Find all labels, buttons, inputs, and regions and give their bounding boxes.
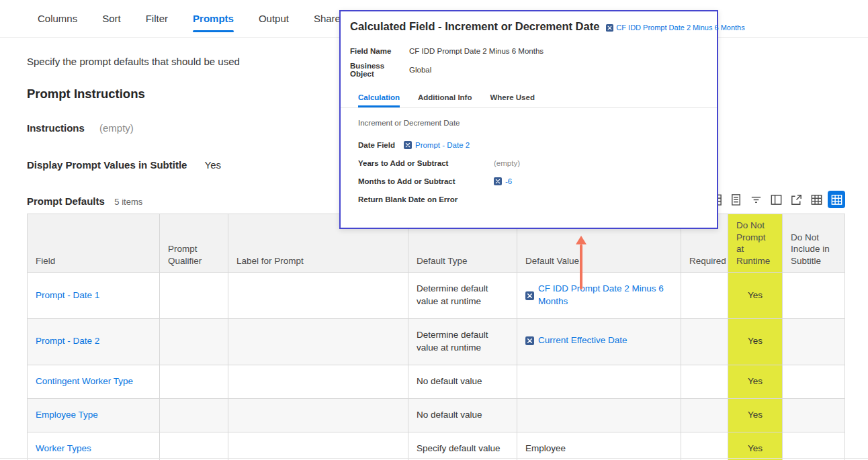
- prompt-defaults-title: Prompt Defaults: [27, 195, 105, 207]
- bottom-divider: [0, 458, 868, 459]
- grid-view-icon[interactable]: [808, 191, 824, 208]
- table-row: Contingent Worker Type No default value …: [28, 365, 845, 398]
- do-not-prompt-cell: Yes: [728, 273, 783, 319]
- default-value-cell: CF IDD Prompt Date 2 Minus 6 Months: [517, 273, 681, 319]
- label-for-prompt-cell: [228, 273, 408, 319]
- column-header-field: Field: [28, 214, 160, 273]
- calculated-field-icon: [404, 141, 412, 149]
- prompt-qualifier-cell: [160, 318, 228, 365]
- expand-table-icon[interactable]: [788, 191, 804, 208]
- display-prompt-values-label: Display Prompt Values in Subtitle: [27, 159, 187, 171]
- default-value-cell: Employee: [517, 432, 681, 460]
- default-value-cell: [517, 398, 681, 432]
- calculation-function-name: Increment or Decrement Date: [358, 119, 707, 127]
- return-blank-label: Return Blank Date on Error: [358, 195, 458, 203]
- prompt-qualifier-cell: [160, 365, 228, 398]
- field-name-value: CF IDD Prompt Date 2 Minus 6 Months: [409, 47, 544, 55]
- annotation-arrow-icon: [575, 236, 587, 291]
- field-cell: Prompt - Date 2: [28, 318, 160, 365]
- date-field-link[interactable]: Prompt - Date 2: [404, 141, 470, 149]
- months-row: Months to Add or Subtract -6: [358, 177, 707, 185]
- return-blank-row: Return Blank Date on Error: [358, 195, 707, 203]
- field-cell: Worker Types: [28, 432, 160, 460]
- do-not-include-cell: [783, 398, 845, 432]
- field-link[interactable]: Prompt - Date 2: [36, 336, 99, 346]
- popup-tab-additional-info[interactable]: Additional Info: [418, 93, 472, 107]
- table-row: Worker Types Specify default value Emplo…: [28, 432, 845, 460]
- months-value-link[interactable]: -6: [494, 177, 512, 185]
- default-type-cell: Determine default value at runtime: [408, 273, 517, 319]
- do-not-include-cell: [783, 365, 845, 398]
- table-row: Employee Type No default value Yes: [28, 398, 845, 432]
- years-row: Years to Add or Subtract (empty): [358, 159, 707, 167]
- calculated-field-icon: [525, 291, 534, 300]
- column-header-do-not-prompt: Do Not Prompt at Runtime: [728, 214, 783, 273]
- prompt-qualifier-cell: [160, 432, 228, 460]
- field-link[interactable]: Prompt - Date 1: [36, 290, 99, 300]
- field-link[interactable]: Worker Types: [36, 443, 91, 453]
- do-not-include-cell: [783, 432, 845, 460]
- default-type-cell: Specify default value: [408, 432, 517, 460]
- field-name-label: Field Name: [350, 47, 409, 55]
- tab-share[interactable]: Share: [314, 0, 341, 37]
- default-type-cell: No default value: [408, 365, 517, 398]
- calculated-field-icon: [606, 24, 613, 32]
- tab-filter[interactable]: Filter: [146, 0, 168, 37]
- months-label: Months to Add or Subtract: [358, 177, 494, 185]
- required-cell: [681, 432, 728, 460]
- default-value-link[interactable]: CF IDD Prompt Date 2 Minus 6 Months: [538, 283, 672, 308]
- popup-tab-bar: Calculation Additional Info Where Used: [341, 85, 717, 108]
- popup-tab-calculation[interactable]: Calculation: [358, 93, 400, 107]
- calculated-field-popup: Calculated Field - Increment or Decremen…: [339, 10, 718, 229]
- tab-prompts[interactable]: Prompts: [193, 0, 234, 37]
- prompt-defaults-table: Field Prompt Qualifier Label for Prompt …: [27, 214, 845, 460]
- do-not-include-cell: [783, 318, 845, 365]
- do-not-prompt-cell: Yes: [728, 365, 783, 398]
- grid-toolbar: [707, 191, 844, 208]
- prompt-qualifier-cell: [160, 398, 228, 432]
- years-value: (empty): [494, 159, 520, 167]
- grid-view-active-icon[interactable]: [828, 191, 844, 208]
- field-cell: Employee Type: [28, 398, 160, 432]
- column-header-prompt-qualifier: Prompt Qualifier: [160, 214, 228, 273]
- required-cell: [681, 398, 728, 432]
- required-cell: [681, 273, 728, 319]
- freeze-columns-icon[interactable]: [768, 191, 784, 208]
- default-value-cell: [517, 365, 681, 398]
- view-printable-version-icon[interactable]: [728, 191, 744, 208]
- required-cell: [681, 365, 728, 398]
- instructions-value: (empty): [99, 122, 134, 134]
- table-row: Prompt - Date 2 Determine default value …: [28, 318, 845, 365]
- label-for-prompt-cell: [228, 365, 408, 398]
- table-row: Prompt - Date 1 Determine default value …: [28, 273, 845, 319]
- popup-header-link[interactable]: CF IDD Prompt Date 2 Minus 6 Months: [606, 24, 744, 32]
- field-link[interactable]: Contingent Worker Type: [36, 376, 133, 386]
- do-not-prompt-cell: Yes: [728, 432, 783, 460]
- field-link[interactable]: Employee Type: [36, 410, 98, 420]
- tab-sort[interactable]: Sort: [102, 0, 121, 37]
- tab-output[interactable]: Output: [259, 0, 289, 37]
- business-object-row: Business Object Global: [350, 62, 707, 78]
- do-not-prompt-cell: Yes: [728, 318, 783, 365]
- field-cell: Contingent Worker Type: [28, 365, 160, 398]
- required-cell: [681, 318, 728, 365]
- label-for-prompt-cell: [228, 432, 408, 460]
- business-object-label: Business Object: [350, 62, 409, 78]
- filter-icon[interactable]: [748, 191, 764, 208]
- default-type-cell: No default value: [408, 398, 517, 432]
- display-prompt-values-value: Yes: [205, 159, 221, 171]
- do-not-prompt-cell: Yes: [728, 398, 783, 432]
- years-label: Years to Add or Subtract: [358, 159, 494, 167]
- popup-tab-where-used[interactable]: Where Used: [490, 93, 534, 107]
- business-object-link[interactable]: Global: [409, 66, 431, 74]
- report-editor-page: Columns Sort Filter Prompts Output Share…: [0, 0, 868, 460]
- default-value-link[interactable]: Current Effective Date: [538, 334, 627, 347]
- instructions-label: Instructions: [27, 122, 85, 134]
- label-for-prompt-cell: [228, 318, 408, 365]
- prompt-qualifier-cell: [160, 273, 228, 319]
- tab-columns[interactable]: Columns: [38, 0, 77, 37]
- prompt-defaults-count: 5 items: [114, 197, 142, 207]
- date-field-row: Date Field Prompt - Date 2: [358, 141, 707, 149]
- column-header-do-not-include: Do Not Include in Subtitle: [783, 214, 845, 273]
- do-not-include-cell: [783, 273, 845, 319]
